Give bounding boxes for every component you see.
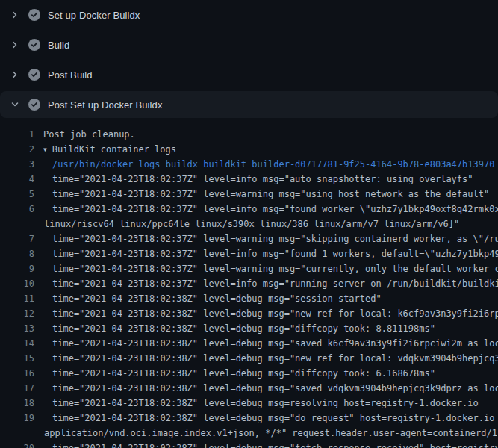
group-expanded-triangle-icon: ▼ bbox=[43, 143, 47, 158]
log-command-text: /usr/bin/docker logs buildx_buildkit_bui… bbox=[52, 157, 494, 172]
log-line: 7time="2021-04-23T18:02:37Z" level=warni… bbox=[0, 231, 498, 246]
log-message-text: time="2021-04-23T18:02:38Z" level=debug … bbox=[52, 441, 498, 448]
step-header-set-up-docker-buildx[interactable]: Set up Docker Buildx bbox=[0, 0, 498, 30]
chevron-down-icon bbox=[9, 99, 21, 111]
log-message-text: time="2021-04-23T18:02:37Z" level=warnin… bbox=[52, 231, 498, 246]
chevron-right-icon bbox=[9, 69, 21, 81]
log-line-number[interactable]: 2 bbox=[0, 142, 34, 157]
log-message-text: time="2021-04-23T18:02:38Z" level=debug … bbox=[52, 291, 382, 306]
log-line-number[interactable]: 11 bbox=[0, 291, 34, 306]
log-line-number[interactable]: 10 bbox=[0, 276, 34, 291]
log-line: 3/usr/bin/docker logs buildx_buildkit_bu… bbox=[0, 157, 498, 172]
chevron-right-icon bbox=[9, 9, 21, 21]
log-message-text: application/vnd.oci.image.index.v1+json,… bbox=[44, 426, 498, 441]
log-message-text: Post job cleanup. bbox=[43, 127, 135, 142]
log-line-number[interactable]: 8 bbox=[0, 246, 34, 261]
step-log-console: 1Post job cleanup.2▼BuildKit container l… bbox=[0, 119, 498, 448]
log-line-number[interactable]: 17 bbox=[0, 381, 34, 396]
job-steps-list: Set up Docker BuildxBuildPost BuildPost … bbox=[0, 0, 498, 118]
chevron-right-icon bbox=[9, 39, 21, 51]
log-message-text: time="2021-04-23T18:02:38Z" level=debug … bbox=[52, 336, 498, 351]
log-message-text: time="2021-04-23T18:02:38Z" level=debug … bbox=[52, 366, 435, 381]
step-label: Set up Docker Buildx bbox=[48, 10, 140, 21]
log-line: 12time="2021-04-23T18:02:38Z" level=debu… bbox=[0, 306, 498, 321]
log-message-text: time="2021-04-23T18:02:37Z" level=warnin… bbox=[52, 261, 498, 276]
log-line: 8time="2021-04-23T18:02:37Z" level=info … bbox=[0, 246, 498, 261]
log-line-number[interactable]: 16 bbox=[0, 366, 34, 381]
log-line: 18time="2021-04-23T18:02:38Z" level=debu… bbox=[0, 396, 498, 411]
log-line-number bbox=[0, 426, 34, 441]
log-line-number[interactable]: 14 bbox=[0, 336, 34, 351]
log-line: 2▼BuildKit container logs bbox=[0, 142, 498, 157]
log-line: 5time="2021-04-23T18:02:37Z" level=warni… bbox=[0, 187, 498, 202]
log-line-number[interactable]: 5 bbox=[0, 187, 34, 202]
log-line-number[interactable]: 1 bbox=[0, 127, 34, 142]
log-message-text: time="2021-04-23T18:02:37Z" level=info m… bbox=[52, 276, 498, 291]
log-line-continuation: application/vnd.oci.image.index.v1+json,… bbox=[0, 426, 498, 441]
log-message-text: time="2021-04-23T18:02:38Z" level=debug … bbox=[52, 306, 498, 321]
log-line-number bbox=[0, 217, 34, 231]
log-line-number[interactable]: 15 bbox=[0, 351, 34, 366]
log-line-continuation: linux/riscv64 linux/ppc64le linux/s390x … bbox=[0, 217, 498, 231]
log-line-number[interactable]: 19 bbox=[0, 411, 34, 426]
log-message-text: time="2021-04-23T18:02:38Z" level=debug … bbox=[52, 381, 498, 396]
log-message-text: time="2021-04-23T18:02:38Z" level=debug … bbox=[52, 411, 498, 426]
log-group-title[interactable]: ▼BuildKit container logs bbox=[43, 142, 176, 157]
log-message-text: time="2021-04-23T18:02:37Z" level=info m… bbox=[52, 246, 498, 261]
step-label: Build bbox=[48, 40, 69, 51]
log-message-text: time="2021-04-23T18:02:38Z" level=debug … bbox=[52, 351, 498, 366]
log-line-number[interactable]: 6 bbox=[0, 202, 34, 217]
log-line: 13time="2021-04-23T18:02:38Z" level=debu… bbox=[0, 321, 498, 336]
log-line: 1Post job cleanup. bbox=[0, 127, 498, 142]
check-circle-icon bbox=[28, 9, 40, 21]
log-line-number[interactable]: 3 bbox=[0, 157, 34, 172]
check-circle-icon bbox=[28, 99, 40, 111]
log-message-text: time="2021-04-23T18:02:38Z" level=debug … bbox=[52, 321, 435, 336]
log-message-text: time="2021-04-23T18:02:37Z" level=warnin… bbox=[52, 187, 489, 202]
log-line-number[interactable]: 18 bbox=[0, 396, 34, 411]
log-line: 14time="2021-04-23T18:02:38Z" level=debu… bbox=[0, 336, 498, 351]
step-header-post-set-up-docker-buildx[interactable]: Post Set up Docker Buildx bbox=[0, 91, 498, 118]
log-line-number[interactable]: 20 bbox=[0, 441, 34, 448]
log-line: 4time="2021-04-23T18:02:37Z" level=info … bbox=[0, 172, 498, 187]
log-line: 20time="2021-04-23T18:02:38Z" level=debu… bbox=[0, 441, 498, 448]
log-line: 11time="2021-04-23T18:02:38Z" level=debu… bbox=[0, 291, 498, 306]
log-line-number[interactable]: 4 bbox=[0, 172, 34, 187]
step-label: Post Build bbox=[48, 69, 93, 81]
step-header-build[interactable]: Build bbox=[0, 30, 498, 60]
step-label: Post Set up Docker Buildx bbox=[48, 99, 163, 111]
check-circle-icon bbox=[28, 39, 40, 51]
check-circle-icon bbox=[28, 69, 40, 81]
log-line: 19time="2021-04-23T18:02:38Z" level=debu… bbox=[0, 411, 498, 426]
log-line: 9time="2021-04-23T18:02:37Z" level=warni… bbox=[0, 261, 498, 276]
log-line: 6time="2021-04-23T18:02:37Z" level=info … bbox=[0, 202, 498, 217]
log-line-number[interactable]: 9 bbox=[0, 261, 34, 276]
log-line: 10time="2021-04-23T18:02:37Z" level=info… bbox=[0, 276, 498, 291]
step-header-post-build[interactable]: Post Build bbox=[0, 60, 498, 90]
log-message-text: time="2021-04-23T18:02:37Z" level=info m… bbox=[52, 202, 498, 217]
log-line: 15time="2021-04-23T18:02:38Z" level=debu… bbox=[0, 351, 498, 366]
log-message-text: time="2021-04-23T18:02:37Z" level=info m… bbox=[52, 172, 473, 187]
log-line-number[interactable]: 13 bbox=[0, 321, 34, 336]
log-group-label: BuildKit container logs bbox=[52, 144, 176, 155]
log-line-number[interactable]: 12 bbox=[0, 306, 34, 321]
log-line-number[interactable]: 7 bbox=[0, 231, 34, 246]
log-message-text: linux/riscv64 linux/ppc64le linux/s390x … bbox=[44, 217, 459, 231]
log-line: 16time="2021-04-23T18:02:38Z" level=debu… bbox=[0, 366, 498, 381]
log-message-text: time="2021-04-23T18:02:38Z" level=debug … bbox=[52, 396, 479, 411]
log-line: 17time="2021-04-23T18:02:38Z" level=debu… bbox=[0, 381, 498, 396]
